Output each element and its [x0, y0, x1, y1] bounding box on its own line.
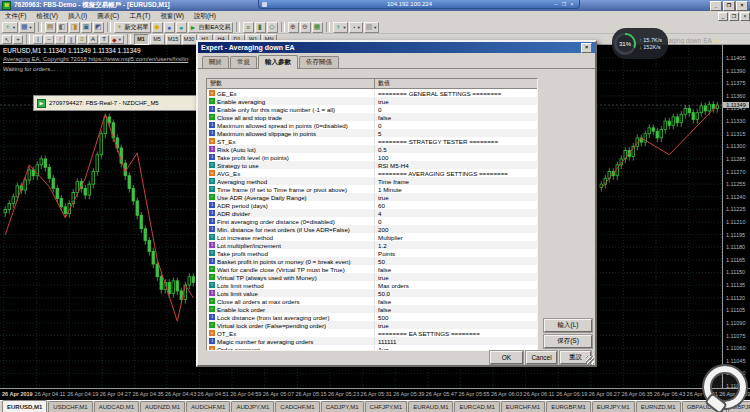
zoom-out-button[interactable]: ⊖ [300, 22, 311, 33]
param-value[interactable]: true [375, 274, 537, 281]
chart-tab-usdchf[interactable]: USDCHF,M1 [48, 401, 92, 412]
new-order-button[interactable]: ＋新交易單 [114, 22, 151, 33]
menu-item-0[interactable]: 文件(F) [0, 12, 31, 19]
param-row[interactable]: 1ADR period (days)60 [207, 201, 537, 209]
param-row[interactable]: 1Maximum allowed spread in points (0=dis… [207, 121, 537, 129]
param-row[interactable]: 1Magic number for averaging orders111111 [207, 337, 537, 345]
param-value[interactable]: 0 [375, 122, 537, 129]
param-row[interactable]: ✓Close all orders at max ordersfalse [207, 297, 537, 305]
param-row[interactable]: 1Lock distance (from last averaging orde… [207, 313, 537, 321]
chart-tab-audjpy[interactable]: AUDJPY,M1 [231, 401, 274, 412]
indicators-button[interactable]: ＋▼ [333, 22, 349, 33]
inputs-table[interactable]: 變數 數值 aGE_Ex======== GENERAL SETTINGS ==… [206, 78, 538, 351]
param-value[interactable]: Multiplier [375, 234, 537, 241]
param-value[interactable]: 5 [375, 130, 537, 137]
dialog-titlebar[interactable]: Expert - Averaging down EA × [198, 42, 595, 53]
ea-copyright-link[interactable]: Averaging EA, Copyright ?2018 https://ww… [3, 56, 188, 62]
chart-tab-euraud[interactable]: EURAUD,M1 [408, 401, 453, 412]
param-value[interactable]: 4 [375, 210, 537, 217]
rdp-connection-bar[interactable]: 104.192.100.224 ─ ❒ × [258, 0, 580, 9]
new-chart-button[interactable]: ＋▼ [2, 22, 18, 33]
timeframe-m1-button[interactable]: M1 [134, 34, 149, 45]
cancel-button[interactable]: Cancel [526, 351, 557, 364]
param-row[interactable]: ≡Strategy to useRSI M5-H4 [207, 161, 537, 169]
timeframe-m5-button[interactable]: M5 [150, 34, 165, 45]
param-value[interactable]: 1 Minute [375, 186, 537, 193]
data-window-button[interactable]: ◧ [57, 22, 68, 33]
param-row[interactable]: 1Maximum allowed slippage in points5 [207, 129, 537, 137]
templates-button[interactable]: ▧▼ [364, 22, 380, 33]
dialog-close-button[interactable]: × [581, 43, 592, 53]
param-value[interactable]: RSI M5-H4 [375, 162, 537, 169]
param-value[interactable]: ======== STRATEGY TESTER ======== [375, 138, 537, 145]
param-row[interactable]: ≡Lots limit methodMax orders [207, 281, 537, 289]
param-value[interactable]: 111111 [375, 338, 537, 345]
crosshair-button[interactable]: + [13, 35, 23, 44]
param-value[interactable]: ======== EA SETTINGS ======== [375, 330, 537, 337]
text-button[interactable]: A [88, 35, 98, 44]
news-button[interactable]: ● [176, 22, 187, 33]
param-row[interactable]: ✓Enable lock orderfalse [207, 305, 537, 313]
param-row[interactable]: 1Lots limit value50.0 [207, 289, 537, 297]
trendline-button[interactable]: / [55, 35, 65, 44]
chart-tab-eurusd[interactable]: EURUSD,M1 [2, 400, 47, 412]
rdp-minimize-button[interactable]: ─ [552, 1, 560, 8]
chart-tab-cadjpy[interactable]: CADJPY,M1 [321, 401, 364, 412]
horizontal-line-button[interactable]: − [44, 35, 54, 44]
param-value[interactable]: false [375, 298, 537, 305]
profiles-button[interactable]: ▦▼ [19, 22, 35, 33]
menu-item-1[interactable]: 檢視(V) [31, 12, 63, 19]
candle-mode-button[interactable]: ▮ [255, 22, 266, 33]
menu-item-4[interactable]: 工具(T) [124, 12, 155, 19]
param-row[interactable]: aOrder commentAvg [207, 345, 537, 351]
dialog-tab-0[interactable]: 關於 [202, 56, 229, 68]
mdi-minimize-button[interactable]: _ [718, 12, 728, 21]
mdi-close-button[interactable]: × [740, 12, 750, 21]
save-inputs-button[interactable]: 保存(S) [544, 335, 592, 348]
chart-tab-eurcad[interactable]: EURCAD,M1 [454, 401, 499, 412]
param-row[interactable]: aOT_Ex======== EA SETTINGS ======== [207, 329, 537, 337]
tile-windows-button[interactable]: ▦ [312, 22, 323, 33]
param-row[interactable]: ✓Wait for candle close (Virtual TP must … [207, 265, 537, 273]
param-value[interactable]: 0 [375, 106, 537, 113]
timeframe-m15-button[interactable]: M15 [166, 34, 181, 45]
param-row[interactable]: 1First averaging order distance (0=disab… [207, 217, 537, 225]
chart-tab-audcad[interactable]: AUDCAD,M1 [94, 401, 139, 412]
metaeditor-button[interactable]: ◆ [152, 22, 163, 33]
rdp-restore-button[interactable]: ❒ [560, 1, 568, 8]
param-value[interactable]: 0.5 [375, 146, 537, 153]
periods-button[interactable]: ◔▼ [349, 22, 362, 33]
param-row[interactable]: aST_Ex======== STRATEGY TESTER ======== [207, 137, 537, 145]
param-value[interactable]: 1.2 [375, 242, 537, 249]
load-inputs-button[interactable]: 輸入(L) [544, 319, 592, 332]
fibonacci-button[interactable]: ≡ [77, 35, 87, 44]
chart-tab-chfjpy[interactable]: CHFJPY,M1 [365, 401, 408, 412]
param-row[interactable]: ✓Virtual lock order (False=pending order… [207, 321, 537, 329]
experts-button[interactable]: ● [164, 22, 175, 33]
param-value[interactable]: true [375, 322, 537, 329]
param-row[interactable]: ≡Time frame (if set to Time frame or piv… [207, 185, 537, 193]
param-row[interactable]: 1Take profit level (in points)100 [207, 153, 537, 161]
param-value[interactable]: 50.0 [375, 290, 537, 297]
param-value[interactable]: ======== AVERAGING SETTINGS ======== [375, 170, 537, 177]
param-row[interactable]: 1Lot multiplier/increment1.2 [207, 241, 537, 249]
chart-tab-cadchf[interactable]: CADCHF,M1 [275, 401, 319, 412]
param-value[interactable]: Time frame [375, 178, 537, 185]
strategy-tester-button[interactable]: ◩ [93, 22, 104, 33]
dialog-tab-2[interactable]: 輸入參數 [258, 55, 298, 69]
chart-tab-eurchf[interactable]: EURCHF,M1 [501, 401, 545, 412]
window-close-button[interactable]: × [736, 1, 748, 11]
param-value[interactable]: 200 [375, 226, 537, 233]
param-row[interactable]: ✓Virtual TP (always used with Money)true [207, 273, 537, 281]
menu-item-3[interactable]: 圖表(C) [92, 12, 124, 19]
chart-tab-audnzd[interactable]: AUDNZD,M1 [140, 401, 185, 412]
autotrading-button[interactable]: ►自動EA交易 [188, 22, 233, 33]
dialog-tab-3[interactable]: 依存關係 [299, 56, 339, 68]
param-value[interactable]: false [375, 306, 537, 313]
ok-button[interactable]: OK [490, 351, 523, 364]
terminal-button[interactable]: ▣ [81, 22, 92, 33]
param-value[interactable]: ======== GENERAL SETTINGS ======== [375, 90, 537, 97]
param-row[interactable]: ✓Use ADR (Average Daily Range)true [207, 193, 537, 201]
param-row[interactable]: 1ADR divider4 [207, 209, 537, 217]
window-minimize-button[interactable]: _ [710, 1, 722, 11]
